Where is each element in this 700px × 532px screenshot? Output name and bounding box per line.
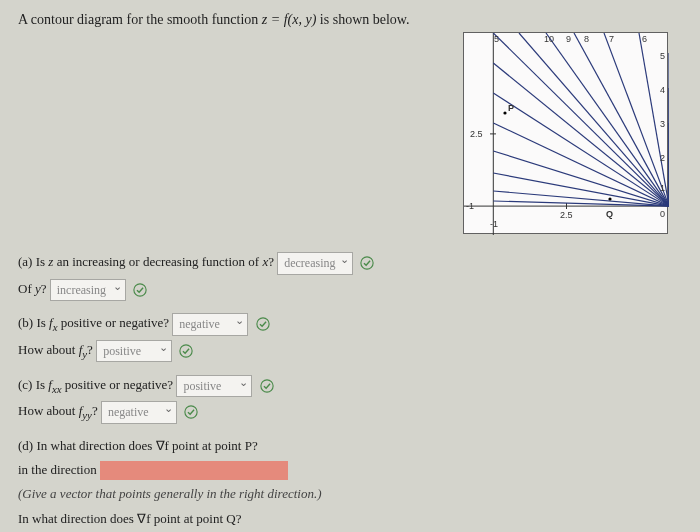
- hint-text: (Give a vector that points generally in …: [18, 484, 682, 504]
- dropdown-c-fxx[interactable]: positive: [176, 375, 252, 398]
- svg-line-6: [546, 33, 669, 206]
- point-q-label: Q: [606, 209, 613, 219]
- dropdown-b-fx[interactable]: negative: [172, 313, 248, 336]
- check-icon: [179, 344, 193, 358]
- dropdown-b-fy[interactable]: positive: [96, 340, 172, 363]
- answer-input-p[interactable]: [100, 461, 288, 480]
- contour-diagram: 5 10 9 8 7 6 5 4 3 2 1 0 2.5 2.5 -1 -1 P…: [463, 32, 668, 234]
- part-b: (b) Is fx positive or negative? negative…: [18, 313, 682, 362]
- dropdown-a-y[interactable]: increasing: [50, 279, 126, 302]
- contour-label: 10: [544, 34, 554, 44]
- svg-point-25: [134, 284, 146, 296]
- check-icon: [260, 379, 274, 393]
- part-c: (c) Is fxx positive or negative? positiv…: [18, 375, 682, 424]
- part-d-q2: In what direction does ∇f point at point…: [18, 509, 682, 529]
- svg-point-29: [185, 406, 197, 418]
- svg-point-23: [608, 197, 611, 200]
- check-icon: [184, 405, 198, 419]
- svg-point-22: [503, 111, 506, 114]
- point-p-label: P: [508, 103, 514, 113]
- svg-line-5: [519, 33, 669, 206]
- part-d-q1: (d) In what direction does ∇f point at p…: [18, 436, 682, 456]
- contour-label: 9: [566, 34, 571, 44]
- contour-label: 5: [494, 34, 499, 44]
- contour-label: 7: [609, 34, 614, 44]
- check-icon: [256, 317, 270, 331]
- svg-line-7: [574, 33, 669, 206]
- svg-point-27: [180, 345, 192, 357]
- equation: z = f(x, y): [262, 12, 317, 27]
- x-tick-neg1: -1: [466, 201, 474, 211]
- contour-label: 0: [660, 209, 665, 219]
- contour-label: 8: [584, 34, 589, 44]
- problem-prompt: A contour diagram for the smooth functio…: [18, 12, 682, 28]
- part-d: (d) In what direction does ∇f point at p…: [18, 436, 682, 532]
- y-tick-2-5: 2.5: [470, 129, 483, 139]
- svg-line-4: [493, 33, 669, 206]
- x-tick-2-5: 2.5: [560, 210, 573, 220]
- contour-label: 5: [660, 51, 665, 61]
- contour-label: 2: [660, 153, 665, 163]
- dropdown-a-x[interactable]: decreasing: [277, 252, 353, 275]
- part-a: (a) Is z an increasing or decreasing fun…: [18, 252, 682, 301]
- contour-label: 4: [660, 85, 665, 95]
- dropdown-c-fyy[interactable]: negative: [101, 401, 177, 424]
- contour-label: 1: [660, 183, 665, 193]
- svg-point-26: [256, 318, 268, 330]
- svg-point-28: [261, 380, 273, 392]
- contour-label: 3: [660, 119, 665, 129]
- y-tick-neg1: -1: [490, 219, 498, 229]
- contour-label: 6: [642, 34, 647, 44]
- check-icon: [133, 283, 147, 297]
- check-icon: [360, 256, 374, 270]
- svg-point-24: [361, 257, 373, 269]
